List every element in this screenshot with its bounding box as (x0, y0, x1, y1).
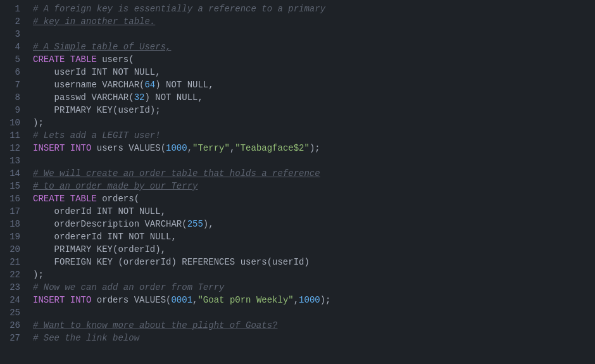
line-number: 11 (5, 129, 20, 142)
code-line: CREATE TABLE users( (33, 53, 595, 66)
code-line: passwd VARCHAR(32) NOT NULL, (33, 91, 595, 104)
line-number: 21 (5, 256, 20, 268)
code-line: # We will create an order table that hol… (33, 167, 595, 180)
line-number: 5 (5, 53, 20, 66)
line-number: 22 (5, 268, 20, 281)
code-line: PRIMARY KEY(orderId), (33, 243, 595, 256)
line-number: 3 (5, 28, 20, 41)
code-line: # Lets add a LEGIT user! (33, 129, 595, 142)
code-line: ); (33, 116, 595, 129)
code-line: orderDescription VARCHAR(255), (33, 218, 595, 230)
code-line: userId INT NOT NULL, (33, 66, 595, 78)
code-line: FOREIGN KEY (ordererId) REFERENCES users… (33, 256, 595, 268)
code-line: ); (33, 268, 595, 281)
code-editor: 1234567891011121314151617181920212223242… (0, 0, 595, 364)
code-line: # A foreign key is essentially a referen… (33, 3, 595, 15)
line-number: 24 (5, 294, 20, 306)
line-number: 25 (5, 306, 20, 319)
line-number: 10 (5, 116, 20, 129)
code-line (33, 306, 595, 319)
code-line: # Now we can add an order from Terry (33, 281, 595, 294)
code-line: ordererId INT NOT NULL, (33, 230, 595, 243)
code-line: # to an order made by our Terry (33, 180, 595, 192)
code-content: # A foreign key is essentially a referen… (25, 3, 595, 361)
line-number: 19 (5, 230, 20, 243)
line-numbers: 1234567891011121314151617181920212223242… (0, 3, 25, 361)
line-number: 15 (5, 180, 20, 192)
code-line: INSERT INTO users VALUES(1000,"Terry","T… (33, 142, 595, 154)
code-line (33, 154, 595, 167)
code-line: # key in another table. (33, 15, 595, 28)
line-number: 14 (5, 167, 20, 180)
line-number: 8 (5, 91, 20, 104)
code-line: orderId INT NOT NULL, (33, 205, 595, 218)
line-number: 27 (5, 332, 20, 344)
line-number: 1 (5, 3, 20, 15)
line-number: 16 (5, 192, 20, 205)
code-line: # Want to know more about the plight of … (33, 319, 595, 332)
line-number: 26 (5, 319, 20, 332)
line-number: 20 (5, 243, 20, 256)
line-number: 4 (5, 41, 20, 53)
line-number: 7 (5, 78, 20, 91)
line-number: 12 (5, 142, 20, 154)
line-number: 2 (5, 15, 20, 28)
line-number: 6 (5, 66, 20, 78)
line-number: 13 (5, 154, 20, 167)
line-number: 18 (5, 218, 20, 230)
line-number: 9 (5, 104, 20, 116)
code-line (33, 28, 595, 41)
line-number: 23 (5, 281, 20, 294)
code-line: CREATE TABLE orders( (33, 192, 595, 205)
code-line: # See the link below (33, 332, 595, 344)
line-number: 17 (5, 205, 20, 218)
code-line: username VARCHAR(64) NOT NULL, (33, 78, 595, 91)
code-line: PRIMARY KEY(userId); (33, 104, 595, 116)
code-line: INSERT INTO orders VALUES(0001,"Goat p0r… (33, 294, 595, 306)
code-line: # A Simple table of Users, (33, 41, 595, 53)
